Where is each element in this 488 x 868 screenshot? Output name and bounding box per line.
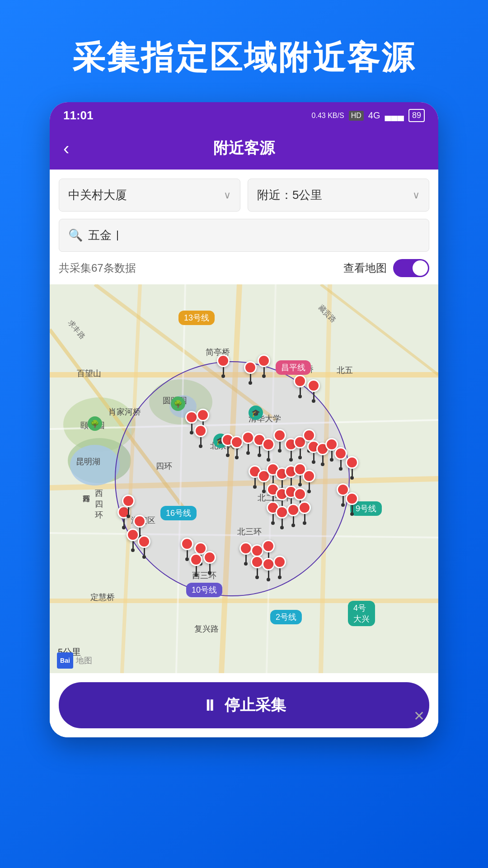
pin-dot [262,490,266,493]
pin-stem [291,451,292,458]
search-box[interactable]: 🔍 五金 [59,219,429,252]
map-pin-39 [138,535,150,559]
pin-head [251,544,263,557]
pin-head [138,535,150,548]
pin-stem [279,568,281,576]
pin-dot [312,399,315,403]
stop-collection-button[interactable]: ⏸ 停止采集 [59,682,429,728]
map-toggle[interactable] [393,259,429,277]
pin-stem [343,496,344,503]
pin-dot [339,467,343,471]
map-pin-33 [276,506,288,529]
pin-head [262,540,275,552]
pin-stem [187,550,188,557]
search-value: 五金 [88,227,112,243]
pin-stem [300,387,301,395]
pin-stem [263,367,265,374]
map-container[interactable]: 百望山 肖家河桥 昆明湖 颐和园 圆明园 清华大学 北京大学 四环 海淀区 北三… [50,284,438,673]
pin-stem [272,514,274,521]
pin-stem [331,451,333,458]
pin-dot [278,576,282,579]
map-pin-50 [273,556,286,579]
pin-dot [330,458,333,462]
pin-stem [263,482,265,490]
map-view-label: 查看地图 [343,261,387,275]
nearby-filter[interactable]: 附近：5公里 ∨ [248,179,429,212]
pin-stem [259,446,260,453]
map-pin-0 [217,354,230,378]
map-pin-3 [294,375,306,398]
pin-head [273,429,286,442]
back-button[interactable]: ‹ [63,138,69,159]
pin-head [190,553,202,566]
pin-head [262,438,275,451]
search-row: 🔍 五金 [50,212,438,252]
pin-head [197,409,209,421]
baidu-watermark: Bai 地图 [57,652,92,669]
pin-dot [246,451,250,455]
pin-dot [122,526,126,529]
hd-icon: HD [349,111,364,121]
stats-row: 共采集67条数据 查看地图 [50,252,438,284]
pin-dot [226,453,230,457]
pin-head [133,515,146,528]
map-label-beiWu: 北五 [337,365,353,376]
status-speed: 0.43 KB/S [312,111,344,120]
pin-dot [262,374,266,378]
pin-head [276,506,288,519]
pin-stem [128,507,129,514]
pin-dot [190,431,193,434]
map-pin-2 [258,354,270,378]
metro-changping: 昌平线 [276,360,311,375]
pin-stem [291,478,292,485]
pin-head [181,538,193,550]
map-pin-48 [251,556,263,579]
signal-icon: ▄▄▄ [385,110,404,121]
pin-stem [191,424,192,431]
map-pin-40 [122,495,135,518]
pin-dot [280,526,284,529]
metro-13: 13号线 [178,311,215,325]
pin-dot [249,381,252,385]
map-pin-43 [190,553,202,577]
nav-title: 附近客源 [213,138,275,159]
status-icons: 0.43 KB/S HD 4G ▄▄▄ 89 [312,109,425,122]
baidu-text: 地图 [76,655,92,666]
pin-stem [300,476,301,483]
map-pin-7 [194,425,207,448]
search-icon: 🔍 [68,228,83,242]
map-label-baiWangShan: 百望山 [77,368,101,379]
stop-label: 停止采集 [225,695,286,716]
location-label: 中关村大厦 [68,187,127,203]
map-pin-9 [230,436,243,459]
pin-dot [289,458,293,462]
pin-stem [245,555,247,562]
pin-stem [144,548,145,555]
map-label-fuXingLu: 复兴路 [194,623,219,634]
pin-dot [291,524,295,527]
pin-stem [304,514,305,521]
pin-head [346,492,358,505]
location-arrow-icon: ∨ [224,189,231,201]
toggle-knob [413,260,428,276]
location-filter[interactable]: 中关村大厦 ∨ [59,179,240,212]
pin-head [287,504,300,516]
pin-head [303,429,315,442]
park-icon-yiheyuan: 🌳 [88,416,102,431]
status-time: 11:01 [63,108,94,123]
map-pin-38 [127,528,139,552]
pin-head [262,558,275,571]
pin-stem [196,566,197,573]
map-pin-13 [273,429,286,453]
pin-stem [282,519,283,526]
map-pin-1 [244,361,257,385]
cursor-indicator [117,231,118,241]
map-pin-4 [307,379,320,403]
pin-dot [271,521,275,525]
map-label-xi: 西四环 [95,488,103,520]
map-label-kunMingHu: 昆明湖 [76,456,100,467]
pin-head [298,501,311,514]
data-count: 共采集67条数据 [59,261,136,275]
pin-dot [298,395,302,398]
close-button[interactable]: ✕ [413,708,425,724]
